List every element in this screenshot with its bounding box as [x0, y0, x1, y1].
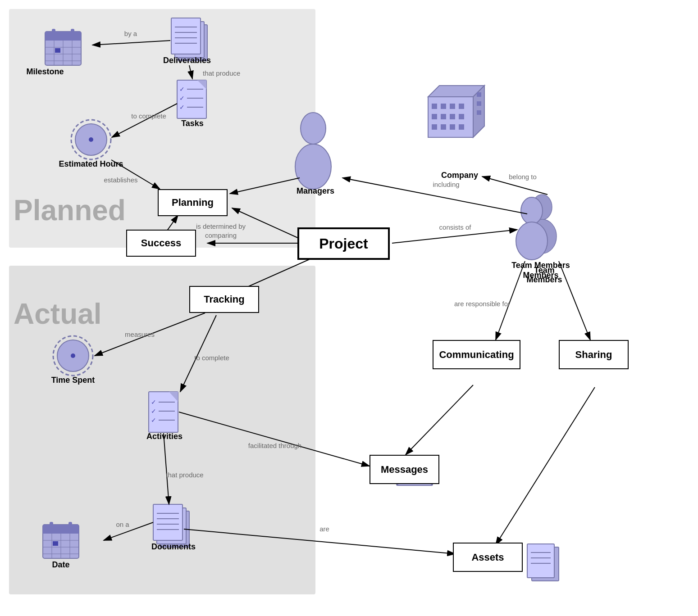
- planned-label: Planned: [14, 194, 126, 227]
- communicating-box: Communicating: [433, 340, 520, 369]
- planning-box: Planning: [158, 189, 228, 216]
- company-label: Company: [441, 171, 478, 180]
- svg-rect-40: [459, 104, 464, 109]
- svg-rect-46: [441, 124, 446, 130]
- svg-rect-44: [459, 114, 464, 119]
- svg-rect-45: [432, 124, 437, 130]
- svg-text:belong to: belong to: [509, 173, 537, 181]
- svg-text:are responsible for: are responsible for: [454, 300, 510, 308]
- svg-marker-35: [428, 86, 484, 97]
- diagram-container: Planned Actual: [0, 0, 698, 616]
- messages-box: Messages: [370, 455, 439, 484]
- tracking-box: Tracking: [189, 286, 259, 313]
- svg-point-53: [528, 219, 557, 254]
- svg-text:including: including: [433, 181, 459, 188]
- svg-rect-37: [432, 104, 437, 109]
- svg-line-125: [406, 385, 473, 455]
- assets-box: Assets: [453, 543, 523, 572]
- svg-line-114: [482, 177, 547, 195]
- svg-rect-34: [428, 97, 473, 137]
- sharing-box: Sharing: [559, 340, 629, 369]
- actual-label: Actual: [14, 297, 102, 331]
- svg-rect-38: [441, 104, 446, 109]
- svg-rect-39: [450, 104, 455, 109]
- success-box: Success: [126, 230, 196, 257]
- svg-line-112: [342, 178, 527, 214]
- svg-rect-48: [459, 124, 464, 130]
- svg-marker-36: [473, 86, 484, 137]
- svg-rect-47: [450, 124, 455, 130]
- project-box: Project: [297, 227, 390, 260]
- svg-rect-91: [527, 544, 554, 578]
- svg-line-110: [392, 230, 517, 243]
- svg-rect-43: [450, 114, 455, 119]
- svg-rect-51: [477, 110, 481, 115]
- svg-point-55: [516, 222, 547, 260]
- svg-text:consists of: consists of: [439, 223, 472, 231]
- svg-rect-50: [477, 101, 481, 106]
- team-members-text: TeamMembers: [517, 266, 571, 285]
- svg-point-52: [532, 195, 552, 220]
- svg-point-54: [521, 197, 543, 224]
- svg-rect-49: [477, 92, 481, 97]
- svg-rect-90: [532, 547, 559, 581]
- svg-text:are: are: [319, 525, 329, 533]
- svg-line-132: [496, 387, 595, 545]
- svg-rect-42: [441, 114, 446, 119]
- svg-rect-41: [432, 114, 437, 119]
